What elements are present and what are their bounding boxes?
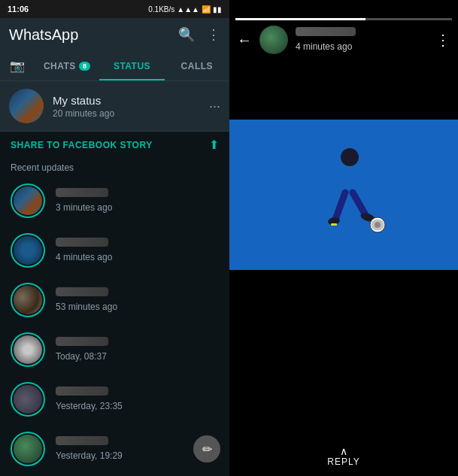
story-black-bottom <box>229 270 458 440</box>
camera-tab-icon: 📷 <box>10 59 25 73</box>
status-item-6[interactable]: Yesterday, 19:29 ✏ <box>0 424 229 474</box>
status-time-3: 53 minutes ago <box>56 302 117 312</box>
facebook-share-text: SHARE TO FACEBOOK STORY <box>11 140 153 150</box>
story-more-icon[interactable]: ⋮ <box>435 31 450 49</box>
avatar-ring-1 <box>9 182 47 220</box>
my-status-section[interactable]: My status 20 minutes ago ··· <box>0 81 229 132</box>
my-status-time: 20 minutes ago <box>53 108 200 119</box>
facebook-share-bar[interactable]: SHARE TO FACEBOOK STORY ⬆ <box>0 132 229 158</box>
svg-rect-8 <box>331 223 337 226</box>
soccer-player-illustration <box>299 135 389 255</box>
avatar-1 <box>14 186 42 215</box>
avatar-ring-2 <box>9 232 47 269</box>
search-icon[interactable]: 🔍 <box>178 26 195 43</box>
content-area: My status 20 minutes ago ··· SHARE TO FA… <box>0 81 229 476</box>
avatar-ring-3 <box>9 281 47 319</box>
svg-point-0 <box>341 148 359 166</box>
avatar-5 <box>14 385 42 414</box>
status-item-5[interactable]: Yesterday, 23:35 <box>0 374 229 424</box>
avatar-ring-5 <box>9 380 47 418</box>
avatar-4 <box>14 335 42 364</box>
tab-chats-label: CHATS <box>44 61 76 71</box>
status-time-6: Yesterday, 19:29 <box>56 450 123 461</box>
my-status-info: My status 20 minutes ago <box>53 94 200 119</box>
top-bar: WhatsApp 🔍 ⋮ <box>0 18 229 51</box>
reply-chevron-icon: ∧ <box>340 446 347 456</box>
status-time-5: Yesterday, 23:35 <box>56 401 123 411</box>
status-info-3: 53 minutes ago <box>56 287 220 313</box>
avatar-ring-6 <box>9 430 47 468</box>
story-header: ← 4 minutes ago ⋮ <box>229 20 458 59</box>
share-icon[interactable]: ⬆ <box>209 138 219 152</box>
app-title: WhatsApp <box>9 26 78 44</box>
status-time-1: 3 minutes ago <box>56 202 112 213</box>
status-info-6: Yesterday, 19:29 <box>56 436 184 462</box>
top-bar-icons: 🔍 ⋮ <box>178 26 220 43</box>
tabs-bar: 📷 CHATS 8 STATUS CALLS <box>0 51 229 81</box>
svg-line-3 <box>359 172 371 180</box>
status-item-2[interactable]: 4 minutes ago <box>0 226 229 275</box>
chats-badge: 8 <box>79 62 91 71</box>
status-info-4: Today, 08:37 <box>56 337 220 362</box>
story-image-section <box>229 120 458 270</box>
status-info-2: 4 minutes ago <box>56 238 220 263</box>
tab-chats[interactable]: CHATS 8 <box>35 51 99 80</box>
status-name-6 <box>56 436 108 445</box>
story-time: 4 minutes ago <box>296 41 352 52</box>
tab-status-label: STATUS <box>114 61 150 71</box>
story-content-area <box>229 59 458 440</box>
tab-calls[interactable]: CALLS <box>165 51 229 80</box>
back-arrow-icon[interactable]: ← <box>237 32 252 49</box>
svg-rect-1 <box>340 166 359 193</box>
right-panel: ← 4 minutes ago ⋮ <box>229 0 458 476</box>
story-contact-name <box>296 27 356 36</box>
tab-calls-label: CALLS <box>181 61 214 71</box>
tab-status[interactable]: STATUS <box>99 51 164 80</box>
story-avatar <box>259 26 288 54</box>
status-info-1: 3 minutes ago <box>56 188 220 214</box>
status-time-4: Today, 08:37 <box>56 351 107 362</box>
story-black-top <box>229 59 458 120</box>
avatar-3 <box>14 286 42 314</box>
avatar-ring-4 <box>9 331 47 368</box>
wifi-icon: 📶 <box>202 5 211 14</box>
my-status-avatar <box>9 89 44 123</box>
status-name-4 <box>56 337 108 346</box>
svg-point-10 <box>375 222 381 228</box>
avatar-6 <box>14 435 42 463</box>
time-display: 11:06 <box>8 5 29 14</box>
status-bar-right: 0.1KB/s ▲▲▲ 📶 ▮▮ <box>148 5 222 14</box>
battery-icon: ▮▮ <box>213 5 222 14</box>
reply-label: REPLY <box>327 456 359 467</box>
recent-updates-label: Recent updates <box>0 158 229 176</box>
status-name-2 <box>56 238 108 247</box>
reply-bar[interactable]: ∧ REPLY <box>229 440 458 476</box>
status-time-2: 4 minutes ago <box>56 252 112 262</box>
status-name-1 <box>56 188 108 197</box>
pencil-icon: ✏ <box>202 442 212 456</box>
svg-line-4 <box>336 193 345 217</box>
svg-line-2 <box>327 172 340 186</box>
pencil-fab-button[interactable]: ✏ <box>193 435 220 462</box>
right-status-bar <box>229 0 458 18</box>
svg-line-5 <box>353 193 365 214</box>
my-status-more-icon[interactable]: ··· <box>209 99 220 114</box>
status-item-1[interactable]: 3 minutes ago <box>0 176 229 226</box>
more-options-icon[interactable]: ⋮ <box>207 26 220 43</box>
network-speed: 0.1KB/s <box>148 5 174 14</box>
left-panel: 11:06 0.1KB/s ▲▲▲ 📶 ▮▮ WhatsApp 🔍 ⋮ 📷 CH… <box>0 0 229 476</box>
status-name-5 <box>56 387 108 396</box>
my-status-name: My status <box>53 94 200 107</box>
status-item-4[interactable]: Today, 08:37 <box>0 325 229 374</box>
camera-tab[interactable]: 📷 <box>0 51 35 80</box>
status-bar: 11:06 0.1KB/s ▲▲▲ 📶 ▮▮ <box>0 0 229 18</box>
status-name-3 <box>56 287 108 296</box>
avatar-2 <box>14 236 42 265</box>
story-header-info: 4 minutes ago <box>296 27 428 53</box>
signal-icon: ▲▲▲ <box>177 5 199 14</box>
status-item-3[interactable]: 53 minutes ago <box>0 275 229 325</box>
status-info-5: Yesterday, 23:35 <box>56 387 220 412</box>
